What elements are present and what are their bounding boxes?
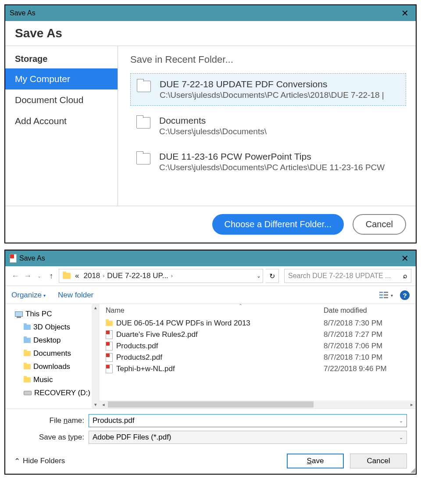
explorer-saveas-window: Save As ✕ ← → ⌄ ↑ « 2018 › DUE 7-22-18 U… (4, 250, 417, 475)
folder-icon (137, 81, 151, 92)
scroll-up-icon[interactable]: ▴ (94, 305, 97, 311)
tree-item-downloads[interactable]: Downloads (10, 360, 99, 373)
folder-path: C:\Users\julesds\Documents\PC Articles\D… (159, 163, 400, 172)
column-header-date[interactable]: Date modified (324, 307, 416, 315)
folder-icon (24, 325, 31, 330)
folder-name: DUE 11-23-16 PCW PowerPoint Tips (159, 151, 400, 162)
horizontal-scrollbar[interactable]: ◂ ▸ (100, 400, 416, 408)
organize-menu[interactable]: Organize ▾ (11, 291, 46, 300)
recent-folder-heading: Save in Recent Folder... (130, 54, 406, 65)
scroll-left-icon[interactable]: ◂ (100, 402, 107, 407)
folder-icon (136, 153, 150, 164)
search-icon[interactable]: ⌕ (403, 272, 407, 280)
tree-item-3d-objects[interactable]: 3D Objects (10, 321, 99, 334)
file-row[interactable]: Tephi-b+w-NL.pdf 7/22/2018 9:46 PM (100, 363, 416, 375)
cancel-button[interactable]: Cancel (350, 454, 407, 468)
cancel-button[interactable]: Cancel (353, 214, 406, 235)
chevron-down-icon: ▾ (43, 293, 46, 298)
sidebar-item-my-computer[interactable]: My Computer (5, 68, 118, 89)
savetype-label: Save as type: (14, 433, 84, 442)
adobe-main-panel: Save in Recent Folder... DUE 7-22-18 UPD… (118, 46, 416, 206)
nav-back-icon[interactable]: ← (10, 271, 19, 282)
folder-icon (24, 338, 31, 343)
file-list-pane: ⌃ Name Date modified DUE 06-05-14 PCW PD… (100, 304, 416, 408)
chevron-up-icon: ⌃ (14, 457, 20, 466)
nav-recent-dropdown-icon[interactable]: ⌄ (34, 272, 44, 280)
folder-icon (136, 117, 150, 129)
savetype-dropdown[interactable]: Adobe PDF Files (*.pdf) ⌄ (89, 431, 407, 444)
recent-folder-item[interactable]: DUE 7-22-18 UPDATE PDF Conversions C:\Us… (130, 73, 406, 106)
breadcrumb-item[interactable]: DUE 7-22-18 UP... (105, 272, 170, 280)
file-row[interactable]: Products2.pdf 8/7/2018 7:10 PM (100, 352, 416, 363)
scroll-down-icon[interactable]: ▾ (94, 402, 97, 407)
pdf-icon (106, 353, 113, 362)
search-input[interactable]: Search DUE 7-22-18 UPDATE ... ⌕ (284, 269, 411, 283)
hide-folders-toggle[interactable]: ⌃ Hide Folders (14, 457, 65, 466)
folder-path: C:\Users\julesds\Documents\ (159, 127, 400, 136)
resize-grip-icon[interactable]: ◢ (410, 468, 415, 473)
choose-folder-button[interactable]: Choose a Different Folder... (212, 214, 344, 235)
computer-icon (15, 311, 23, 317)
folder-tree: This PC 3D Objects Desktop Documents Dow… (5, 304, 100, 408)
chevron-down-icon[interactable]: ⌄ (399, 435, 403, 440)
file-row[interactable]: DUE 06-05-14 PCW PDFs in Word 2013 8/7/2… (100, 318, 416, 329)
adobe-titlebar: Save As ✕ (5, 5, 416, 21)
folder-name: Documents (159, 115, 400, 126)
folder-icon (24, 364, 31, 369)
new-folder-button[interactable]: New folder (58, 291, 93, 300)
close-icon[interactable]: ✕ (399, 9, 411, 18)
view-options-button[interactable]: ▾ (379, 292, 393, 299)
breadcrumb-dropdown-icon[interactable]: ⌄ (257, 273, 261, 279)
close-icon[interactable]: ✕ (399, 254, 411, 263)
search-placeholder: Search DUE 7-22-18 UPDATE ... (288, 272, 391, 280)
tree-item-recovery-drive[interactable]: RECOVERY (D:) (10, 386, 99, 400)
file-row[interactable]: Products.pdf 8/7/2018 7:06 PM (100, 340, 416, 352)
filename-input[interactable]: Products.pdf ⌄ (89, 414, 407, 427)
tree-item-documents[interactable]: Documents (10, 347, 99, 360)
folder-icon (106, 321, 113, 326)
adobe-window-title: Save As (10, 9, 36, 17)
folder-path: C:\Users\julesds\Documents\PC Articles\2… (160, 90, 400, 100)
adobe-sidebar: Storage My Computer Document Cloud Add A… (5, 46, 118, 206)
explorer-window-title: Save As (19, 254, 45, 262)
folder-icon (24, 351, 31, 356)
folder-icon (63, 273, 71, 279)
chevron-down-icon[interactable]: ⌄ (399, 418, 403, 424)
breadcrumb[interactable]: « 2018 › DUE 7-22-18 UP... › ⌄ (59, 269, 263, 283)
pdf-icon (106, 365, 113, 373)
filename-label: File name: (14, 416, 84, 425)
nav-up-icon[interactable]: ↑ (46, 271, 56, 282)
recent-folder-item[interactable]: Documents C:\Users\julesds\Documents\ (130, 110, 406, 142)
recent-folder-item[interactable]: DUE 11-23-16 PCW PowerPoint Tips C:\User… (130, 146, 406, 178)
save-button[interactable]: Save (287, 454, 344, 468)
tree-item-desktop[interactable]: Desktop (10, 334, 99, 347)
folder-icon (24, 377, 31, 382)
list-view-icon (379, 292, 388, 299)
adobe-dialog-heading: Save As (5, 21, 416, 46)
breadcrumb-item[interactable]: 2018 (82, 272, 102, 280)
nav-forward-icon[interactable]: → (22, 271, 32, 282)
pdf-icon (106, 342, 113, 350)
folder-name: DUE 7-22-18 UPDATE PDF Conversions (160, 79, 400, 89)
storage-label: Storage (5, 46, 118, 68)
breadcrumb-overflow[interactable]: « (73, 272, 81, 280)
sidebar-item-document-cloud[interactable]: Document Cloud (5, 89, 118, 111)
refresh-icon[interactable]: ↻ (266, 269, 279, 283)
help-icon[interactable]: ? (400, 290, 410, 300)
sort-ascending-icon: ⌃ (239, 303, 243, 309)
explorer-titlebar: Save As ✕ (5, 250, 416, 266)
chevron-right-icon[interactable]: › (103, 273, 104, 279)
chevron-down-icon: ▾ (391, 293, 393, 298)
sidebar-item-add-account[interactable]: Add Account (5, 111, 118, 132)
file-row[interactable]: Duarte's Five Rules2.pdf 8/7/2018 7:27 P… (100, 329, 416, 340)
pdf-icon (106, 330, 113, 339)
scroll-thumb[interactable] (108, 401, 314, 407)
tree-scrollbar[interactable]: ▴ ▾ (92, 304, 100, 408)
tree-item-music[interactable]: Music (10, 373, 99, 386)
drive-icon (24, 391, 32, 395)
chevron-right-icon[interactable]: › (171, 273, 173, 279)
pdf-icon (10, 254, 17, 263)
scroll-right-icon[interactable]: ▸ (408, 402, 416, 407)
tree-item-this-pc[interactable]: This PC (10, 307, 99, 321)
column-header-name[interactable]: Name (106, 307, 324, 315)
